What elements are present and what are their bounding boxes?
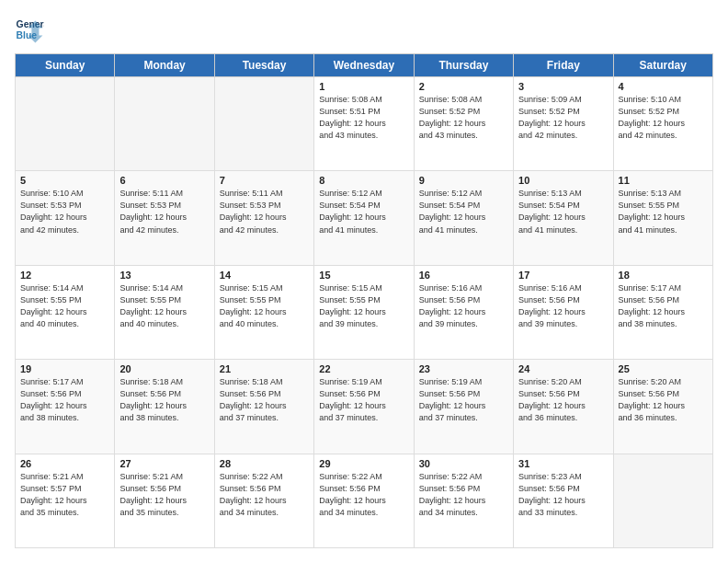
day-cell: 18Sunrise: 5:17 AM Sunset: 5:56 PM Dayli… [613,265,712,359]
day-info: Sunrise: 5:14 AM Sunset: 5:55 PM Dayligh… [119,282,209,330]
day-number: 13 [119,270,209,281]
day-info: Sunrise: 5:20 AM Sunset: 5:56 PM Dayligh… [518,376,608,424]
day-number: 5 [20,175,109,186]
weekday-header-wednesday: Wednesday [314,54,414,77]
day-info: Sunrise: 5:17 AM Sunset: 5:56 PM Dayligh… [20,376,109,424]
day-info: Sunrise: 5:22 AM Sunset: 5:56 PM Dayligh… [419,471,508,519]
day-cell: 3Sunrise: 5:09 AM Sunset: 5:52 PM Daylig… [514,77,613,171]
day-cell: 28Sunrise: 5:22 AM Sunset: 5:56 PM Dayli… [214,454,313,547]
day-cell: 12Sunrise: 5:14 AM Sunset: 5:55 PM Dayli… [16,265,115,359]
day-cell: 31Sunrise: 5:23 AM Sunset: 5:56 PM Dayli… [514,454,613,547]
day-info: Sunrise: 5:10 AM Sunset: 5:52 PM Dayligh… [619,94,708,142]
day-cell [16,77,115,171]
day-number: 29 [319,458,408,469]
day-number: 14 [220,270,309,281]
day-cell: 22Sunrise: 5:19 AM Sunset: 5:56 PM Dayli… [314,360,414,454]
day-cell: 17Sunrise: 5:16 AM Sunset: 5:56 PM Dayli… [514,265,613,359]
day-cell: 19Sunrise: 5:17 AM Sunset: 5:56 PM Dayli… [16,360,115,454]
day-cell [214,77,313,171]
day-cell [613,454,712,547]
day-number: 22 [319,363,408,374]
day-info: Sunrise: 5:19 AM Sunset: 5:56 PM Dayligh… [319,376,408,424]
weekday-header-sunday: Sunday [16,54,115,77]
week-row-3: 12Sunrise: 5:14 AM Sunset: 5:55 PM Dayli… [16,265,713,359]
day-cell: 16Sunrise: 5:16 AM Sunset: 5:56 PM Dayli… [414,265,513,359]
day-info: Sunrise: 5:22 AM Sunset: 5:56 PM Dayligh… [319,471,408,519]
day-info: Sunrise: 5:15 AM Sunset: 5:55 PM Dayligh… [319,282,408,330]
day-cell: 6Sunrise: 5:11 AM Sunset: 5:53 PM Daylig… [115,171,214,265]
day-cell: 20Sunrise: 5:18 AM Sunset: 5:56 PM Dayli… [115,360,214,454]
weekday-header-saturday: Saturday [613,54,712,77]
day-cell: 27Sunrise: 5:21 AM Sunset: 5:56 PM Dayli… [115,454,214,547]
day-cell: 7Sunrise: 5:11 AM Sunset: 5:53 PM Daylig… [214,171,313,265]
logo-icon: General Blue [15,15,44,44]
day-number: 25 [619,363,708,374]
week-row-4: 19Sunrise: 5:17 AM Sunset: 5:56 PM Dayli… [16,360,713,454]
week-row-2: 5Sunrise: 5:10 AM Sunset: 5:53 PM Daylig… [16,171,713,265]
day-number: 30 [419,458,508,469]
day-number: 9 [419,175,508,186]
day-info: Sunrise: 5:08 AM Sunset: 5:51 PM Dayligh… [319,94,408,142]
day-number: 20 [119,363,209,374]
day-number: 2 [419,81,508,92]
day-info: Sunrise: 5:20 AM Sunset: 5:56 PM Dayligh… [619,376,708,424]
day-cell: 5Sunrise: 5:10 AM Sunset: 5:53 PM Daylig… [16,171,115,265]
day-cell: 4Sunrise: 5:10 AM Sunset: 5:52 PM Daylig… [613,77,712,171]
day-number: 6 [119,175,209,186]
day-number: 3 [518,81,608,92]
weekday-header-friday: Friday [514,54,613,77]
day-cell: 29Sunrise: 5:22 AM Sunset: 5:56 PM Dayli… [314,454,414,547]
weekday-row: SundayMondayTuesdayWednesdayThursdayFrid… [16,54,713,77]
day-cell: 1Sunrise: 5:08 AM Sunset: 5:51 PM Daylig… [314,77,414,171]
day-cell: 25Sunrise: 5:20 AM Sunset: 5:56 PM Dayli… [613,360,712,454]
day-cell: 15Sunrise: 5:15 AM Sunset: 5:55 PM Dayli… [314,265,414,359]
day-number: 12 [20,270,109,281]
header: General Blue [15,15,713,44]
calendar-body: 1Sunrise: 5:08 AM Sunset: 5:51 PM Daylig… [16,77,713,548]
day-info: Sunrise: 5:16 AM Sunset: 5:56 PM Dayligh… [518,282,608,330]
day-cell: 30Sunrise: 5:22 AM Sunset: 5:56 PM Dayli… [414,454,513,547]
day-info: Sunrise: 5:08 AM Sunset: 5:52 PM Dayligh… [419,94,508,142]
day-cell: 9Sunrise: 5:12 AM Sunset: 5:54 PM Daylig… [414,171,513,265]
day-number: 10 [518,175,608,186]
day-info: Sunrise: 5:10 AM Sunset: 5:53 PM Dayligh… [20,188,109,236]
day-info: Sunrise: 5:09 AM Sunset: 5:52 PM Dayligh… [518,94,608,142]
day-number: 27 [119,458,209,469]
day-cell: 8Sunrise: 5:12 AM Sunset: 5:54 PM Daylig… [314,171,414,265]
day-info: Sunrise: 5:11 AM Sunset: 5:53 PM Dayligh… [119,188,209,236]
day-number: 16 [419,270,508,281]
day-info: Sunrise: 5:13 AM Sunset: 5:55 PM Dayligh… [619,188,708,236]
day-cell: 13Sunrise: 5:14 AM Sunset: 5:55 PM Dayli… [115,265,214,359]
day-number: 11 [619,175,708,186]
day-cell: 21Sunrise: 5:18 AM Sunset: 5:56 PM Dayli… [214,360,313,454]
day-number: 8 [319,175,408,186]
day-number: 28 [220,458,309,469]
day-number: 18 [619,270,708,281]
day-number: 4 [619,81,708,92]
day-number: 31 [518,458,608,469]
logo: General Blue [15,15,51,44]
day-info: Sunrise: 5:21 AM Sunset: 5:57 PM Dayligh… [20,471,109,519]
day-info: Sunrise: 5:18 AM Sunset: 5:56 PM Dayligh… [220,376,309,424]
calendar-header: SundayMondayTuesdayWednesdayThursdayFrid… [16,54,713,77]
week-row-1: 1Sunrise: 5:08 AM Sunset: 5:51 PM Daylig… [16,77,713,171]
day-number: 21 [220,363,309,374]
day-number: 19 [20,363,109,374]
day-cell: 26Sunrise: 5:21 AM Sunset: 5:57 PM Dayli… [16,454,115,547]
day-info: Sunrise: 5:12 AM Sunset: 5:54 PM Dayligh… [419,188,508,236]
day-info: Sunrise: 5:23 AM Sunset: 5:56 PM Dayligh… [518,471,608,519]
day-number: 23 [419,363,508,374]
page: General Blue SundayMondayTuesdayWednesda… [0,0,728,563]
day-info: Sunrise: 5:21 AM Sunset: 5:56 PM Dayligh… [119,471,209,519]
day-cell: 14Sunrise: 5:15 AM Sunset: 5:55 PM Dayli… [214,265,313,359]
day-number: 17 [518,270,608,281]
day-info: Sunrise: 5:14 AM Sunset: 5:55 PM Dayligh… [20,282,109,330]
day-info: Sunrise: 5:12 AM Sunset: 5:54 PM Dayligh… [319,188,408,236]
day-cell: 23Sunrise: 5:19 AM Sunset: 5:56 PM Dayli… [414,360,513,454]
day-cell: 11Sunrise: 5:13 AM Sunset: 5:55 PM Dayli… [613,171,712,265]
day-cell [115,77,214,171]
day-info: Sunrise: 5:22 AM Sunset: 5:56 PM Dayligh… [220,471,309,519]
day-number: 1 [319,81,408,92]
day-number: 24 [518,363,608,374]
day-cell: 10Sunrise: 5:13 AM Sunset: 5:54 PM Dayli… [514,171,613,265]
